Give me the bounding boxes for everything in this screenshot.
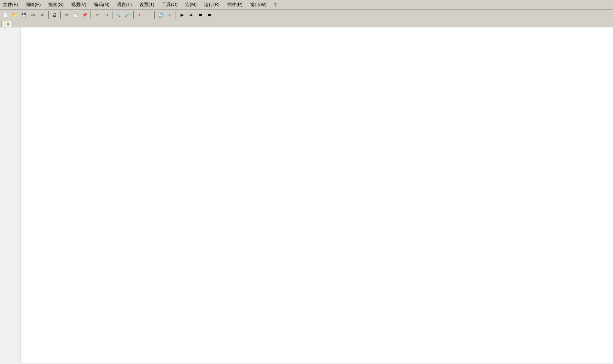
menu-help[interactable]: ? <box>272 2 278 8</box>
toolbar-run[interactable]: ▶ <box>178 11 186 19</box>
menu-encoding[interactable]: 编码(N) <box>92 1 111 9</box>
toolbar-save[interactable]: 💾 <box>20 11 28 19</box>
code-editor[interactable] <box>21 27 613 363</box>
menu-view[interactable]: 视图(V) <box>70 1 88 9</box>
toolbar-save-all[interactable]: 🗂 <box>29 11 37 19</box>
toolbar-sep-1 <box>48 11 49 19</box>
toolbar-print[interactable]: 🖨 <box>50 11 59 19</box>
toolbar-sep-7 <box>176 11 176 19</box>
toolbar: 📄 📂 💾 🗂 ✕ 🖨 ✂ 📋 📌 ↩ ↪ 🔍 🔎 + − 🔄 ↵ ▶ ⏭ ⏹ … <box>0 10 613 20</box>
toolbar-zoom-out[interactable]: − <box>144 11 153 19</box>
toolbar-cut[interactable]: ✂ <box>62 11 71 19</box>
toolbar-sep-6 <box>154 11 155 19</box>
toolbar-undo[interactable]: ↩ <box>93 11 101 19</box>
toolbar-record[interactable]: ⏺ <box>205 11 214 19</box>
toolbar-find[interactable]: 🔍 <box>114 11 122 19</box>
toolbar-run2[interactable]: ⏭ <box>187 11 195 19</box>
menu-edit[interactable]: 编辑(E) <box>24 1 42 9</box>
menu-language[interactable]: 语言(L) <box>116 1 133 9</box>
toolbar-zoom-in[interactable]: + <box>135 11 144 19</box>
toolbar-replace[interactable]: 🔎 <box>123 11 131 19</box>
menu-run[interactable]: 运行(R) <box>203 1 221 9</box>
menu-settings[interactable]: 设置(T) <box>138 1 156 9</box>
menu-plugins[interactable]: 插件(P) <box>226 1 244 9</box>
toolbar-stop[interactable]: ⏹ <box>196 11 204 19</box>
toolbar-sep-5 <box>133 11 134 19</box>
toolbar-paste[interactable]: 📌 <box>81 11 89 19</box>
menu-file[interactable]: 文件(F) <box>2 1 19 9</box>
gutter <box>0 27 21 363</box>
menu-window[interactable]: 窗口(W) <box>249 1 268 9</box>
toolbar-sep-2 <box>60 11 61 19</box>
toolbar-redo[interactable]: ↪ <box>102 11 110 19</box>
toolbar-wrap[interactable]: ↵ <box>166 11 174 19</box>
toolbar-new[interactable]: 📄 <box>2 11 10 19</box>
toolbar-sync[interactable]: 🔄 <box>157 11 165 19</box>
menu-tools[interactable]: 工具(O) <box>160 1 179 9</box>
menu-bar: 文件(F) 编辑(E) 搜索(S) 视图(V) 编码(N) 语言(L) 设置(T… <box>0 0 613 10</box>
tab-bar: ✕ <box>0 20 613 27</box>
tab-settings-xml[interactable]: ✕ <box>2 21 13 27</box>
editor-area <box>0 27 613 363</box>
menu-search[interactable]: 搜索(S) <box>47 1 65 9</box>
toolbar-close[interactable]: ✕ <box>38 11 46 19</box>
menu-macro[interactable]: 宏(M) <box>184 1 198 9</box>
toolbar-sep-3 <box>90 11 91 19</box>
toolbar-open[interactable]: 📂 <box>11 11 19 19</box>
tab-close-icon[interactable]: ✕ <box>6 22 10 26</box>
toolbar-sep-4 <box>112 11 112 19</box>
toolbar-copy[interactable]: 📋 <box>71 11 80 19</box>
